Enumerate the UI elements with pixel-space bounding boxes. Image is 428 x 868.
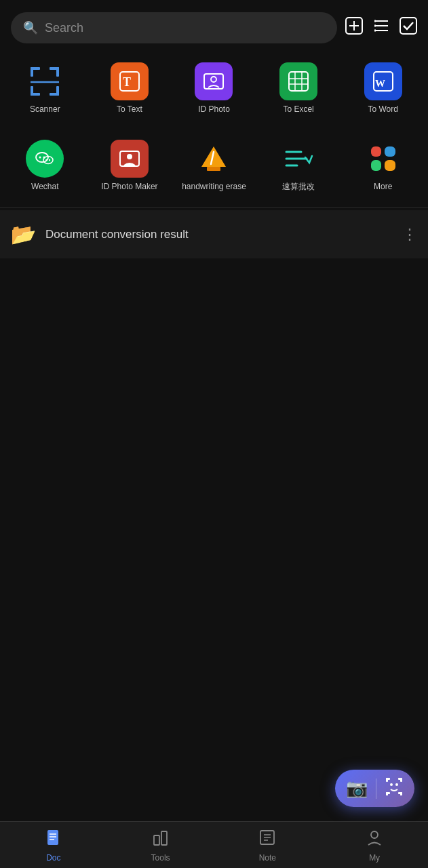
tool-to-excel[interactable]: To Excel (256, 56, 341, 122)
tools-nav-icon (152, 829, 170, 850)
scanner-label: Scanner (30, 104, 60, 115)
check-button[interactable] (400, 17, 417, 39)
svg-text:W: W (375, 78, 385, 89)
nav-tools-label: Tools (151, 853, 170, 863)
bottom-nav: Doc Tools Note (0, 821, 428, 868)
id-photo-icon (195, 62, 233, 100)
svg-point-37 (127, 154, 132, 159)
list-button[interactable] (372, 17, 390, 39)
to-word-label: To Word (368, 104, 397, 115)
svg-point-53 (395, 783, 398, 786)
doc-section-more-button[interactable]: ⋮ (402, 226, 417, 243)
svg-rect-54 (47, 830, 58, 845)
search-placeholder: Search (45, 21, 83, 35)
nav-note[interactable]: Note (214, 822, 322, 868)
svg-rect-23 (289, 72, 308, 91)
svg-rect-58 (154, 835, 159, 845)
tool-to-word[interactable]: W To Word (341, 56, 425, 122)
svg-rect-51 (398, 792, 402, 794)
tool-to-text[interactable]: T To Text (87, 56, 172, 122)
svg-point-35 (49, 159, 50, 160)
folder-icon: 📂 (11, 222, 36, 246)
doc-nav-icon (45, 829, 62, 850)
svg-rect-45 (386, 778, 388, 782)
svg-point-52 (390, 783, 393, 786)
to-text-icon: T (111, 62, 149, 100)
svg-rect-11 (31, 67, 33, 77)
doc-section: 📂 Document conversion result ⋮ (0, 210, 428, 258)
id-photo-maker-icon (111, 140, 149, 178)
id-photo-label: ID Photo (198, 104, 230, 115)
svg-point-34 (46, 159, 47, 160)
tool-wechat[interactable]: Wechat (3, 133, 87, 199)
svg-point-31 (39, 156, 41, 158)
search-bar[interactable]: 🔍 Search (11, 12, 337, 43)
search-icon: 🔍 (23, 20, 38, 35)
nav-doc-label: Doc (46, 853, 60, 863)
doc-section-title: Document conversion result (45, 228, 393, 241)
more-icon (364, 140, 402, 178)
tool-speed-calc[interactable]: 速算批改 (256, 133, 341, 199)
tool-id-photo-maker[interactable]: ID Photo Maker (87, 133, 172, 199)
nav-tools[interactable]: Tools (107, 822, 214, 868)
wechat-icon (26, 140, 64, 178)
svg-point-22 (211, 77, 216, 82)
fab-divider (376, 778, 376, 799)
scanner-icon (26, 62, 64, 100)
hw-erase-icon (195, 140, 233, 178)
nav-my[interactable]: My (321, 822, 428, 868)
tools-row-1: Scanner T To Text ID Photo (0, 50, 428, 127)
header-actions (345, 17, 417, 39)
add-button[interactable] (345, 17, 363, 39)
tools-row-2: Wechat ID Photo Maker handwriting erase (0, 127, 428, 205)
svg-rect-13 (56, 67, 59, 77)
to-text-label: To Text (117, 104, 142, 115)
nav-note-label: Note (259, 853, 276, 863)
to-word-icon: W (364, 62, 402, 100)
fab-area: 📷 (335, 770, 414, 807)
to-excel-icon (279, 62, 317, 100)
tool-scanner[interactable]: Scanner (3, 56, 87, 122)
svg-rect-59 (161, 831, 167, 845)
svg-text:T: T (123, 75, 131, 89)
tool-more[interactable]: More (341, 133, 425, 199)
nav-my-label: My (369, 853, 380, 863)
hw-erase-label: handwriting erase (182, 182, 246, 193)
speed-calc-label: 速算批改 (282, 182, 315, 193)
scan-face-icon (385, 776, 404, 800)
speed-calc-icon (279, 140, 317, 178)
to-excel-label: To Excel (283, 104, 313, 115)
svg-rect-39 (207, 167, 220, 171)
svg-rect-15 (31, 93, 40, 96)
svg-point-65 (371, 831, 378, 838)
fab-button[interactable]: 📷 (335, 770, 414, 807)
main-content (0, 258, 428, 733)
header: 🔍 Search (0, 0, 428, 50)
svg-rect-49 (386, 792, 390, 794)
note-nav-icon (258, 829, 276, 850)
tool-id-photo[interactable]: ID Photo (172, 56, 256, 122)
svg-marker-38 (201, 146, 226, 167)
wechat-label: Wechat (31, 182, 58, 193)
svg-rect-47 (400, 778, 402, 782)
id-photo-maker-label: ID Photo Maker (101, 182, 157, 193)
svg-rect-17 (56, 86, 59, 96)
divider (0, 207, 428, 208)
more-label: More (374, 182, 392, 193)
camera-icon: 📷 (346, 778, 368, 799)
my-nav-icon (366, 829, 383, 850)
tool-hw-erase[interactable]: handwriting erase (172, 133, 256, 199)
nav-doc[interactable]: Doc (0, 822, 107, 868)
svg-rect-9 (400, 18, 416, 34)
